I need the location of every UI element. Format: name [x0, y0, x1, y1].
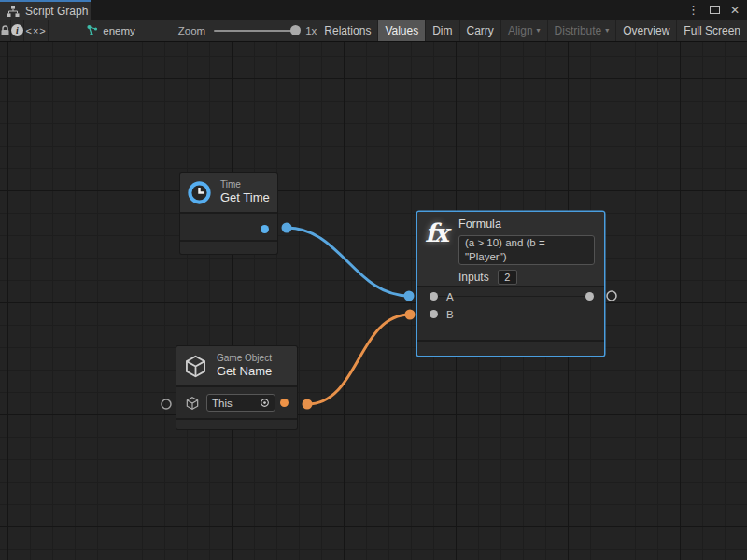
maximize-icon[interactable]: [710, 6, 720, 14]
dim-button[interactable]: Dim: [425, 20, 458, 41]
wire-endpoint: [405, 310, 416, 320]
distribute-button[interactable]: Distribute ▾: [547, 20, 616, 41]
close-icon[interactable]: ✕: [730, 5, 740, 16]
output-port[interactable]: [585, 292, 594, 301]
relations-button[interactable]: Relations: [317, 20, 377, 41]
node-category: Game Object: [217, 353, 272, 364]
graph-hierarchy-icon: [7, 5, 20, 18]
node-category: Time: [220, 179, 270, 190]
inputs-count-field[interactable]: 2: [498, 270, 517, 285]
script-graph-window: Script Graph ⋮ ✕ i <×>: [0, 0, 747, 560]
zoom-slider-handle[interactable]: [290, 25, 301, 35]
kebab-menu-icon[interactable]: ⋮: [687, 4, 699, 16]
graph-name: enemy: [103, 25, 135, 36]
graph-reference[interactable]: enemy: [86, 20, 135, 41]
wire-endpoint: [282, 223, 292, 233]
graph-toolbar: i <×> enemy Zoom 1x Relations Values Dim: [0, 20, 747, 42]
carry-button[interactable]: Carry: [459, 20, 500, 41]
toolbar-buttons: Relations Values Dim Carry Align ▾ Distr…: [317, 20, 747, 41]
node-title: Get Time: [220, 190, 270, 205]
zoom-value: 1x: [305, 25, 317, 36]
formula-fx-icon: fx: [425, 219, 458, 247]
lock-button[interactable]: [0, 20, 11, 41]
fullscreen-button[interactable]: Full Screen: [676, 20, 747, 41]
input-port-a[interactable]: [430, 292, 438, 301]
overview-button[interactable]: Overview: [615, 20, 676, 41]
output-port[interactable]: [280, 399, 289, 407]
chevron-down-icon: ▾: [605, 26, 609, 35]
node-title: Formula: [458, 217, 595, 231]
object-picker-icon[interactable]: [260, 398, 270, 408]
tab-script-graph[interactable]: Script Graph: [0, 0, 91, 20]
cube-icon: [185, 396, 200, 411]
title-bar: Script Graph ⋮ ✕: [0, 0, 747, 20]
node-title: Get Name: [217, 364, 272, 379]
wire-gettime-to-formula-a[interactable]: [287, 228, 409, 296]
wire-getname-to-formula-b[interactable]: [307, 315, 410, 404]
target-object-field[interactable]: This: [206, 394, 275, 412]
input-port-b[interactable]: [430, 310, 438, 318]
values-button[interactable]: Values: [377, 20, 425, 41]
unconnected-output-indicator[interactable]: [607, 291, 616, 301]
graph-canvas[interactable]: Time Get Time fx Formula (a > 10) and (b…: [0, 42, 747, 560]
connections-layer: [0, 42, 747, 560]
graph-nodes-icon: [86, 24, 98, 36]
lock-icon: [0, 24, 10, 36]
node-get-time[interactable]: Time Get Time: [180, 173, 277, 254]
zoom-label: Zoom: [178, 25, 205, 36]
info-button[interactable]: i: [11, 20, 24, 41]
game-object-cube-icon: [183, 354, 208, 379]
clock-icon: [187, 180, 212, 205]
output-port[interactable]: [261, 225, 269, 233]
zoom-control: Zoom 1x: [178, 20, 317, 41]
align-button[interactable]: Align ▾: [500, 20, 547, 41]
inputs-label: Inputs: [458, 271, 489, 284]
unconnected-input-indicator[interactable]: [162, 399, 171, 409]
tab-label: Script Graph: [25, 5, 88, 18]
formula-expression-field[interactable]: (a > 10) and (b = "Player"): [458, 235, 595, 265]
wire-endpoint: [404, 291, 415, 301]
zoom-slider[interactable]: [214, 30, 296, 32]
code-view-button[interactable]: <×>: [24, 20, 49, 41]
code-icon: <×>: [25, 25, 46, 36]
wire-endpoint: [303, 399, 313, 410]
info-icon: i: [11, 24, 23, 36]
node-get-name[interactable]: Game Object Get Name This: [176, 346, 297, 429]
node-formula[interactable]: fx Formula (a > 10) and (b = "Player") I…: [417, 212, 604, 356]
chevron-down-icon: ▾: [537, 26, 541, 35]
